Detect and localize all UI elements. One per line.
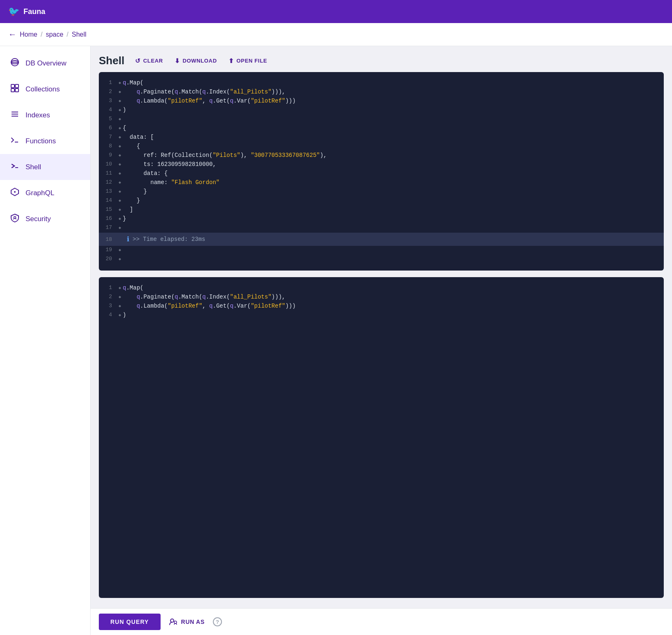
sidebar-item-collections[interactable]: Collections	[0, 76, 90, 102]
clear-icon: ↺	[135, 57, 141, 65]
output-line-11: 11 ◆ data: {	[99, 169, 664, 178]
breadcrumb-space[interactable]: space	[46, 31, 63, 38]
output-line-16: 16 ◆ }	[99, 215, 664, 224]
info-icon: ℹ	[127, 235, 129, 243]
security-icon	[10, 213, 20, 224]
output-line-9: 9 ◆ ref: Ref(Collection("Pilots"), "3007…	[99, 151, 664, 160]
output-line-10: 10 ◆ ts: 1623095982810000,	[99, 160, 664, 169]
output-line-6: 6 ◆ {	[99, 124, 664, 133]
svg-point-15	[170, 619, 174, 622]
sidebar-item-graphql-label: GraphQL	[26, 189, 54, 197]
sidebar-item-security[interactable]: Security	[0, 206, 90, 232]
collections-icon	[10, 84, 20, 95]
output-line-4: 4 ◆ )	[99, 106, 664, 115]
shell-header: Shell ↺ CLEAR ⬇ DOWNLOAD ⬆ OPEN FILE	[99, 54, 664, 67]
back-button[interactable]: ←	[8, 30, 16, 39]
sidebar-item-indexes-label: Indexes	[26, 111, 50, 119]
db-overview-icon	[10, 58, 20, 69]
breadcrumb-bar: ← Home / space / Shell	[0, 23, 672, 46]
app-logo-icon: 🐦	[8, 6, 19, 17]
output-line-5: 5 ◆	[99, 115, 664, 124]
breadcrumb-home[interactable]: Home	[20, 31, 37, 38]
run-as-icon	[169, 618, 178, 626]
clear-button[interactable]: ↺ CLEAR	[134, 56, 164, 66]
sidebar-item-shell[interactable]: Shell	[0, 154, 90, 180]
sidebar-item-db-overview[interactable]: DB Overview	[0, 50, 90, 76]
breadcrumb-sep2: /	[67, 31, 68, 38]
output-line-2: 2 ◆ q.Paginate(q.Match(q.Index("all_Pilo…	[99, 88, 664, 97]
output-line-14: 14 ◆ }	[99, 196, 664, 205]
svg-rect-6	[15, 89, 19, 92]
download-icon: ⬇	[175, 57, 180, 65]
output-line-20: 20 ◆	[99, 255, 664, 264]
output-line-12: 12 ◆ name: "Flash Gordon"	[99, 178, 664, 187]
sidebar-item-graphql[interactable]: GraphQL	[0, 180, 90, 206]
output-line-15: 15 ◆ ]	[99, 205, 664, 215]
output-line-13: 13 ◆ }	[99, 187, 664, 196]
output-line-3: 3 ◆ q.Lambda("pilotRef", q.Get(q.Var("pi…	[99, 97, 664, 106]
open-file-button[interactable]: ⬆ OPEN FILE	[228, 56, 268, 66]
breadcrumb-current: Shell	[72, 31, 86, 38]
shell-icon	[10, 161, 20, 173]
breadcrumb-sep1: /	[41, 31, 42, 38]
editor-code[interactable]: 1 ◆ q.Map( 2 ◆ q.Paginate(q.Match(q.Inde…	[99, 277, 664, 327]
run-query-button[interactable]: RUN QUERY	[99, 614, 161, 630]
sidebar-item-functions-label: Functions	[26, 137, 56, 145]
app-name: Fauna	[23, 7, 45, 16]
info-text: >> Time elapsed: 23ms	[133, 236, 205, 243]
shell-page-title: Shell	[99, 54, 124, 67]
editor-line-1: 1 ◆ q.Map(	[99, 284, 664, 293]
sidebar-item-shell-label: Shell	[26, 163, 41, 171]
svg-rect-5	[11, 89, 14, 92]
output-line-8: 8 ◆ {	[99, 142, 664, 151]
sidebar-item-indexes[interactable]: Indexes	[0, 102, 90, 128]
run-as-button[interactable]: RUN AS	[169, 618, 205, 626]
main-layout: DB Overview Collections Ind	[0, 46, 672, 635]
output-panel: 1 ◆ q.Map( 2 ◆ q.Paginate(q.Match(q.Inde…	[99, 72, 664, 271]
svg-point-13	[14, 191, 16, 193]
output-code: 1 ◆ q.Map( 2 ◆ q.Paginate(q.Match(q.Inde…	[99, 72, 664, 271]
sidebar-item-collections-label: Collections	[26, 85, 60, 93]
svg-rect-3	[11, 84, 14, 88]
editor-panel[interactable]: 1 ◆ q.Map( 2 ◆ q.Paginate(q.Match(q.Inde…	[99, 277, 664, 598]
sidebar-item-functions[interactable]: Functions	[0, 128, 90, 154]
info-line: 18 ℹ >> Time elapsed: 23ms	[99, 233, 664, 246]
editor-line-2: 2 ◆ q.Paginate(q.Match(q.Index("all_Pilo…	[99, 293, 664, 302]
download-button[interactable]: ⬇ DOWNLOAD	[174, 56, 218, 66]
output-line-7: 7 ◆ data: [	[99, 133, 664, 142]
output-line-19: 19 ◆	[99, 246, 664, 255]
functions-icon	[10, 135, 20, 147]
svg-point-16	[174, 621, 177, 623]
content-area: Shell ↺ CLEAR ⬇ DOWNLOAD ⬆ OPEN FILE 1 ◆…	[91, 46, 672, 635]
output-line-17: 17 ◆	[99, 224, 664, 233]
sidebar: DB Overview Collections Ind	[0, 46, 91, 635]
sidebar-item-security-label: Security	[26, 215, 51, 223]
bottom-bar: RUN QUERY RUN AS ?	[91, 608, 672, 635]
sidebar-item-db-overview-label: DB Overview	[26, 59, 66, 68]
open-file-icon: ⬆	[229, 57, 234, 65]
editor-line-3: 3 ◆ q.Lambda("pilotRef", q.Get(q.Var("pi…	[99, 302, 664, 311]
editor-line-4: 4 ◆ )	[99, 311, 664, 320]
svg-rect-4	[15, 84, 19, 88]
graphql-icon	[10, 187, 20, 198]
output-line-1: 1 ◆ q.Map(	[99, 79, 664, 88]
help-button[interactable]: ?	[213, 617, 222, 626]
indexes-icon	[10, 110, 20, 121]
topbar: 🐦 Fauna	[0, 0, 672, 23]
